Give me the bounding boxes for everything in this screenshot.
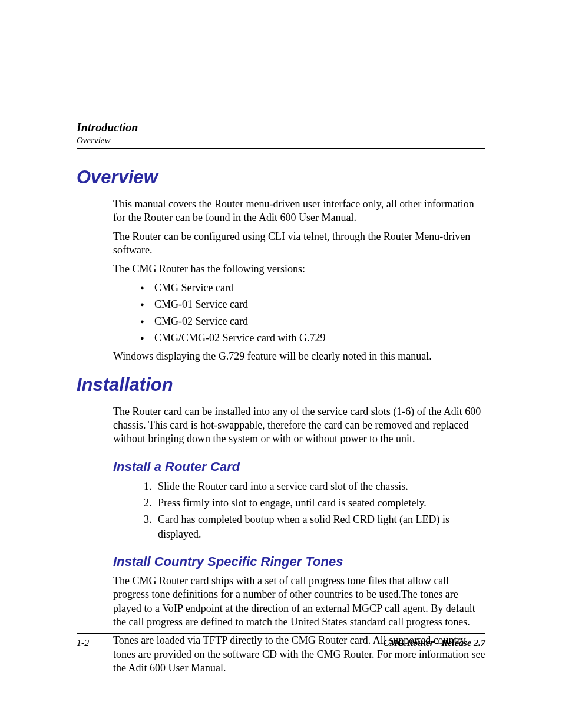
list-item: Card has completed bootup when a solid R… xyxy=(154,512,485,541)
overview-bullet-list: CMG Service card CMG-01 Service card CMG… xyxy=(113,281,485,345)
page-footer: 1-2 CMG Router - Release 2.7 xyxy=(77,633,485,648)
list-item: CMG Service card xyxy=(154,281,485,295)
page-header: Introduction Overview xyxy=(77,121,485,146)
heading-installation: Installation xyxy=(77,374,485,396)
heading-overview: Overview xyxy=(77,167,485,188)
footer-page-number: 1-2 xyxy=(77,638,89,648)
overview-para-3: The CMG Router has the following version… xyxy=(113,262,485,276)
install-router-steps: Slide the Router card into a service car… xyxy=(113,479,485,541)
overview-para-1: This manual covers the Router menu-drive… xyxy=(113,197,485,225)
document-page: Introduction Overview Overview This manu… xyxy=(0,0,562,728)
header-chapter-title: Introduction xyxy=(77,121,485,134)
header-rule xyxy=(77,148,485,149)
subheading-install-ringer-tones: Install Country Specific Ringer Tones xyxy=(113,554,485,569)
overview-para-2: The Router can be configured using CLI v… xyxy=(113,230,485,258)
list-item: Slide the Router card into a service car… xyxy=(154,479,485,493)
list-item: Press firmly into slot to engage, until … xyxy=(154,496,485,510)
list-item: CMG/CMG-02 Service card with G.729 xyxy=(154,331,485,345)
footer-rule xyxy=(77,633,485,634)
list-item: CMG-02 Service card xyxy=(154,314,485,328)
installation-para-1: The Router card can be installed into an… xyxy=(113,405,485,446)
header-section-title: Overview xyxy=(77,136,485,146)
overview-para-4: Windows displaying the G.729 feature wil… xyxy=(113,350,485,363)
list-item: CMG-01 Service card xyxy=(154,297,485,311)
overview-content: This manual covers the Router menu-drive… xyxy=(113,197,485,364)
ringer-tones-para-1: The CMG Router card ships with a set of … xyxy=(113,574,485,630)
subheading-install-router-card: Install a Router Card xyxy=(113,459,485,475)
footer-product-name: CMG Router - Release 2.7 xyxy=(383,638,485,648)
